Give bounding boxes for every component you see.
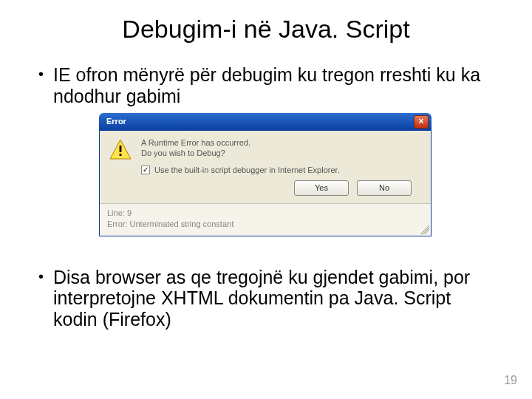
dialog-message-line2: Do you wish to Debug?	[141, 149, 422, 158]
checkbox-label: Use the built-in script debugger in Inte…	[154, 166, 340, 175]
bullet-dot-icon: •	[38, 267, 53, 330]
resize-grip-icon	[420, 225, 429, 234]
dialog-title: Error	[106, 117, 126, 126]
dialog-message-line1: A Runtime Error has occurred.	[141, 138, 422, 148]
page-number: 19	[504, 374, 517, 387]
svg-rect-2	[120, 154, 122, 156]
detail-line: Line: 9	[107, 208, 423, 218]
warning-icon	[109, 138, 132, 162]
slide-title: Debugim-i në Java. Script	[0, 15, 532, 44]
bullet-text: IE ofron mënyrë për debugim ku tregon rr…	[53, 64, 497, 107]
close-icon: ×	[418, 117, 423, 127]
no-button[interactable]: No	[357, 180, 412, 196]
dialog-titlebar: Error ×	[99, 113, 432, 131]
close-button[interactable]: ×	[414, 115, 429, 129]
bullet-item: • Disa browser as qe tregojnë ku gjendet…	[38, 267, 497, 330]
checkmark-icon: ✓	[143, 166, 149, 174]
bullet-dot-icon: •	[38, 64, 53, 107]
yes-button[interactable]: Yes	[294, 180, 349, 196]
use-builtin-debugger-checkbox[interactable]: ✓	[141, 166, 150, 174]
error-dialog: Error × A Runtime Error has occurred.	[99, 113, 432, 253]
checkbox-row: ✓ Use the built-in script debugger in In…	[141, 166, 422, 175]
detail-error: Error: Unterminated string constant	[107, 219, 423, 229]
dialog-details: Line: 9 Error: Unterminated string const…	[100, 203, 431, 236]
bullet-text: Disa browser as qe tregojnë ku gjendet g…	[53, 267, 497, 330]
svg-rect-1	[120, 146, 122, 152]
dialog-body: A Runtime Error has occurred. Do you wis…	[99, 131, 432, 237]
bullet-item: • IE ofron mënyrë për debugim ku tregon …	[38, 64, 497, 107]
bullets-list: • IE ofron mënyrë për debugim ku tregon …	[38, 64, 497, 330]
